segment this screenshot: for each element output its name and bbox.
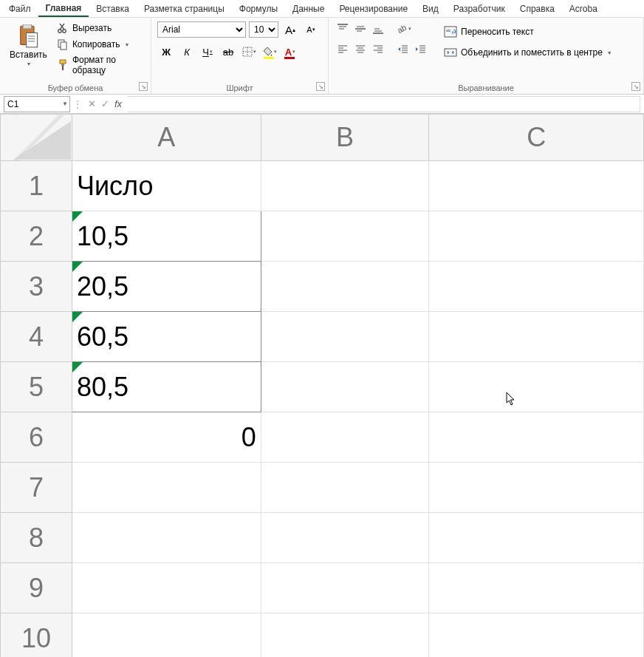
cell[interactable] — [429, 613, 644, 658]
cell[interactable] — [72, 513, 261, 563]
dialog-launcher-icon[interactable]: ↘ — [139, 82, 148, 91]
cell[interactable] — [261, 613, 429, 658]
row-header[interactable]: 7 — [1, 463, 72, 513]
fill-color-button[interactable]: ▾ — [261, 43, 278, 61]
orientation-button[interactable]: ab▾ — [395, 21, 411, 37]
row-header[interactable]: 6 — [1, 412, 72, 463]
menu-item[interactable]: Файл — [1, 1, 38, 16]
bold-button[interactable]: Ж — [157, 43, 175, 61]
cell[interactable] — [261, 161, 429, 211]
column-header[interactable]: A — [72, 115, 261, 161]
cell[interactable] — [429, 563, 644, 613]
underline-button[interactable]: Ч▾ — [199, 43, 216, 61]
cell[interactable] — [261, 563, 429, 613]
menu-item[interactable]: Главная — [38, 1, 89, 17]
svg-rect-9 — [61, 42, 66, 50]
row-header[interactable]: 4 — [1, 312, 72, 362]
cell[interactable] — [429, 412, 644, 463]
name-box[interactable]: C1 ▼ — [4, 96, 70, 112]
menu-item[interactable]: Справка — [513, 1, 562, 16]
menu-item[interactable]: Acroba — [562, 1, 605, 16]
row-header[interactable]: 5 — [1, 362, 72, 412]
column-header[interactable]: B — [261, 115, 429, 161]
merge-center-button[interactable]: Объединить и поместить в центре ▼ — [441, 44, 615, 61]
menu-item[interactable]: Разработчик — [446, 1, 513, 16]
row-header[interactable]: 9 — [1, 563, 72, 613]
font-size-select[interactable]: 10 — [249, 21, 278, 38]
font-color-button[interactable]: A▾ — [281, 43, 299, 61]
accept-formula-button[interactable]: ✓ — [98, 97, 112, 112]
menu-item[interactable]: Вид — [415, 1, 446, 16]
wrap-text-button[interactable]: ab Переносить текст — [441, 24, 615, 40]
increase-indent-button[interactable] — [413, 41, 429, 58]
cell[interactable] — [261, 312, 429, 362]
menu-item[interactable]: Вставка — [89, 1, 137, 16]
cell[interactable]: 20,5 — [72, 262, 261, 312]
cell[interactable] — [429, 362, 644, 412]
row-header[interactable]: 8 — [1, 513, 72, 563]
chevron-down-icon: ▼ — [607, 50, 612, 55]
menu-item[interactable]: Данные — [285, 1, 332, 16]
cell[interactable] — [72, 613, 261, 658]
cell[interactable] — [261, 412, 429, 463]
decrease-indent-button[interactable] — [395, 41, 411, 58]
row-header[interactable]: 10 — [1, 613, 72, 658]
align-left-button[interactable] — [335, 41, 351, 58]
cell[interactable]: 0 — [72, 412, 261, 463]
cell[interactable] — [261, 211, 429, 262]
cell[interactable] — [429, 262, 644, 312]
cell[interactable]: Число — [72, 161, 261, 211]
menu-item[interactable]: Разметка страницы — [137, 1, 232, 16]
cell[interactable] — [429, 161, 644, 211]
cell[interactable] — [72, 563, 261, 613]
cut-button[interactable]: Вырезать — [54, 21, 145, 35]
dialog-launcher-icon[interactable]: ↘ — [631, 82, 640, 91]
italic-button[interactable]: К — [178, 43, 196, 61]
format-painter-button[interactable]: Формат по образцу — [54, 53, 145, 77]
cursor-icon — [506, 392, 516, 406]
borders-button[interactable]: ▾ — [240, 43, 258, 61]
cell[interactable]: 60,5 — [72, 312, 261, 362]
align-middle-button[interactable] — [352, 21, 369, 37]
increase-font-button[interactable]: A▴ — [281, 21, 299, 38]
row-header[interactable]: 1 — [1, 161, 72, 211]
svg-rect-47 — [445, 49, 456, 56]
align-right-button[interactable] — [370, 41, 386, 58]
align-center-button[interactable] — [352, 41, 369, 58]
chevron-down-icon: ▼ — [125, 42, 130, 47]
cell[interactable] — [429, 513, 644, 563]
cell[interactable]: 80,5 — [72, 362, 261, 412]
strike-button[interactable]: ab — [219, 43, 237, 61]
paste-button[interactable]: Вставить ▼ — [6, 21, 51, 77]
align-bottom-button[interactable] — [370, 21, 386, 37]
menu-bar: ФайлГлавнаяВставкаРазметка страницыФорму… — [0, 0, 644, 18]
format-painter-label: Формат по образцу — [72, 55, 142, 75]
select-all-corner[interactable] — [1, 115, 72, 161]
row-header[interactable]: 3 — [1, 262, 72, 312]
copy-button[interactable]: Копировать ▼ — [54, 37, 145, 52]
cancel-formula-button[interactable]: ✕ — [85, 97, 98, 112]
column-header[interactable]: C — [429, 115, 644, 161]
cell[interactable] — [261, 513, 429, 563]
cell[interactable] — [261, 362, 429, 412]
cell[interactable] — [72, 463, 261, 513]
chevron-down-icon[interactable]: ▼ — [62, 101, 68, 107]
formula-input[interactable] — [128, 96, 640, 112]
row-header[interactable]: 2 — [1, 211, 72, 262]
svg-rect-2 — [27, 33, 38, 47]
menu-item[interactable]: Формулы — [232, 1, 285, 16]
dialog-launcher-icon[interactable]: ↘ — [316, 82, 325, 91]
cell[interactable] — [261, 262, 429, 312]
decrease-font-button[interactable]: A▾ — [302, 21, 320, 38]
cell[interactable] — [261, 463, 429, 513]
fx-icon[interactable]: fx — [112, 97, 125, 112]
cell[interactable] — [429, 312, 644, 362]
cell[interactable] — [429, 463, 644, 513]
cell[interactable] — [429, 211, 644, 262]
cell[interactable]: 10,5 — [72, 211, 261, 262]
menu-item[interactable]: Рецензирование — [332, 1, 415, 16]
alignment-group-label: Выравнивание — [458, 84, 514, 92]
align-top-button[interactable] — [335, 21, 351, 37]
svg-rect-10 — [60, 60, 66, 64]
font-name-select[interactable]: Arial — [157, 21, 246, 38]
